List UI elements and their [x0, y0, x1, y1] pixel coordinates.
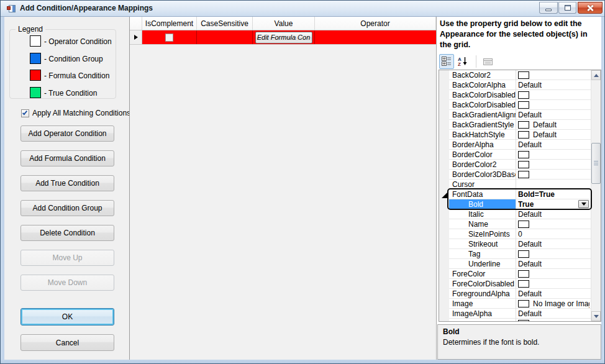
property-row[interactable]: BackGradientAlignmDefault	[449, 110, 591, 120]
property-row[interactable]: BackColorDisabled	[449, 90, 591, 100]
categorized-button[interactable]	[439, 54, 454, 69]
cell-casesensitive[interactable]	[197, 30, 253, 44]
help-description: Determines if the font is bold.	[443, 338, 539, 347]
dropdown-button[interactable]	[578, 200, 589, 208]
property-row[interactable]: ImageNo Image or ImageI	[449, 299, 591, 309]
add-formula-condition-button[interactable]: Add Formula Condition	[20, 150, 114, 166]
property-grid-rows: BackColor2 BackColorAlphaDefault BackCol…	[449, 70, 591, 321]
scroll-up-button[interactable]	[591, 70, 601, 80]
move-up-button[interactable]: Move Up	[20, 250, 114, 266]
legend-item-label: - Condition Group	[44, 53, 103, 65]
legend-item-label: - Formula Condition	[44, 70, 109, 81]
apply-all-checkbox-row[interactable]: Apply All Matching Conditions	[21, 109, 130, 117]
property-row[interactable]: BorderColor2	[449, 160, 591, 170]
color-swatch	[518, 101, 529, 109]
thumb-grip-icon	[594, 161, 598, 166]
property-help-box: Bold Determines if the font is bold.	[437, 324, 601, 360]
property-row[interactable]: Cursor	[449, 180, 591, 189]
property-row[interactable]: BackColorAlphaDefault	[449, 80, 591, 90]
operator-condition-swatch	[30, 35, 41, 47]
property-row[interactable]: BorderColor	[449, 150, 591, 160]
property-row[interactable]: UnderlineDefault	[449, 259, 591, 269]
help-title: Bold	[443, 327, 460, 336]
column-header-iscomplement[interactable]: IsComplement	[142, 17, 197, 30]
property-row[interactable]: ImageAlphaDefault	[449, 309, 591, 319]
arrow-down-icon	[594, 315, 599, 318]
property-row-fontdata[interactable]: FontDataBold=True	[449, 189, 591, 199]
true-condition-swatch	[30, 87, 41, 98]
alphabetical-sort-button[interactable]: A Z	[455, 54, 470, 69]
chevron-down-icon	[581, 202, 586, 206]
property-row[interactable]: BorderAlphaDefault	[449, 140, 591, 150]
ok-button[interactable]: OK	[20, 308, 114, 325]
value-swatch	[518, 250, 529, 258]
value-swatch	[518, 221, 529, 228]
formula-condition-swatch	[30, 70, 41, 81]
delete-condition-button[interactable]: Delete Condition	[20, 225, 114, 241]
property-row[interactable]: ItalicDefault	[449, 209, 591, 219]
grid-corner-header[interactable]	[130, 17, 142, 30]
property-row-bold[interactable]: BoldTrue	[449, 199, 591, 209]
image-swatch	[518, 300, 529, 307]
maximize-button[interactable]	[558, 2, 576, 14]
property-row[interactable]: StrikeoutDefault	[449, 239, 591, 249]
close-button[interactable]	[578, 2, 603, 14]
minimize-button[interactable]	[539, 2, 558, 14]
expand-collapse-icon[interactable]	[442, 193, 447, 198]
add-condition-group-button[interactable]: Add Condition Group	[20, 200, 114, 216]
property-row[interactable]	[449, 319, 591, 321]
edit-formula-condition-button[interactable]: Edit Formula Con	[255, 32, 312, 43]
property-row[interactable]: BorderColor3DBase	[449, 170, 591, 180]
legend-item-label: - True Condition	[44, 88, 97, 99]
property-pages-button[interactable]	[480, 54, 496, 69]
cell-value[interactable]: Edit Formula Con	[253, 30, 315, 44]
property-row[interactable]: BackColor2	[449, 70, 591, 80]
property-row[interactable]: ForeColor	[449, 269, 591, 279]
color-swatch	[518, 151, 529, 158]
alphabetical-sort-icon: A Z	[458, 57, 468, 66]
property-row[interactable]: Name	[449, 219, 591, 229]
scroll-down-button[interactable]	[591, 311, 601, 321]
row-header[interactable]	[130, 30, 142, 44]
property-pages-icon	[483, 57, 494, 66]
property-row[interactable]: SizeInPoints0	[449, 229, 591, 239]
color-swatch	[518, 270, 529, 278]
svg-text:Z: Z	[458, 61, 461, 66]
formula-condition-row[interactable]: Edit Formula Con	[130, 30, 436, 45]
scrollbar-thumb[interactable]	[591, 143, 601, 184]
property-row[interactable]: BackHatchStyleDefault	[449, 130, 591, 140]
color-swatch	[518, 71, 529, 79]
window-title: Add Condition/Appearance Mappings	[20, 4, 153, 12]
legend-item-label: - Operator Condition	[44, 36, 112, 47]
apply-all-label[interactable]: Apply All Matching Conditions	[32, 109, 130, 117]
property-row[interactable]: ForeColorDisabled	[449, 279, 591, 289]
condition-group-swatch	[30, 53, 41, 64]
title-bar[interactable]: Add Condition/Appearance Mappings	[1, 1, 604, 17]
color-swatch	[518, 280, 529, 288]
column-header-operator[interactable]: Operator	[315, 17, 436, 30]
property-row[interactable]: BackColorDisabled2	[449, 100, 591, 110]
color-swatch	[518, 171, 529, 178]
dialog-window: Add Condition/Appearance Mappings Legend…	[0, 0, 605, 364]
color-swatch	[518, 91, 529, 99]
minimize-icon	[545, 9, 552, 11]
instructions-text: Use the property grid below to edit the …	[440, 19, 600, 50]
toolbar-separator	[476, 55, 476, 68]
column-header-casesensitive[interactable]: CaseSensitive	[197, 17, 253, 30]
conditions-grid: IsComplement CaseSensitive Value Operato…	[129, 17, 437, 360]
column-header-value[interactable]: Value	[253, 17, 315, 30]
cell-iscomplement[interactable]	[142, 30, 197, 44]
apply-all-checkbox[interactable]	[21, 109, 29, 117]
add-true-condition-button[interactable]: Add True Condition	[20, 175, 114, 191]
property-row[interactable]: Tag	[449, 249, 591, 259]
property-grid-scrollbar[interactable]	[591, 70, 601, 321]
cell-operator[interactable]	[315, 30, 436, 44]
iscomplement-checkbox[interactable]	[165, 34, 173, 42]
move-down-button[interactable]: Move Down	[20, 275, 114, 291]
property-row[interactable]: BackGradientStyleDefault	[449, 120, 591, 130]
property-row[interactable]: ForegroundAlphaDefault	[449, 289, 591, 299]
form-icon	[6, 4, 16, 14]
cancel-button[interactable]: Cancel	[20, 334, 114, 351]
style-swatch	[518, 121, 529, 129]
add-operator-condition-button[interactable]: Add Operator Condition	[20, 125, 114, 142]
